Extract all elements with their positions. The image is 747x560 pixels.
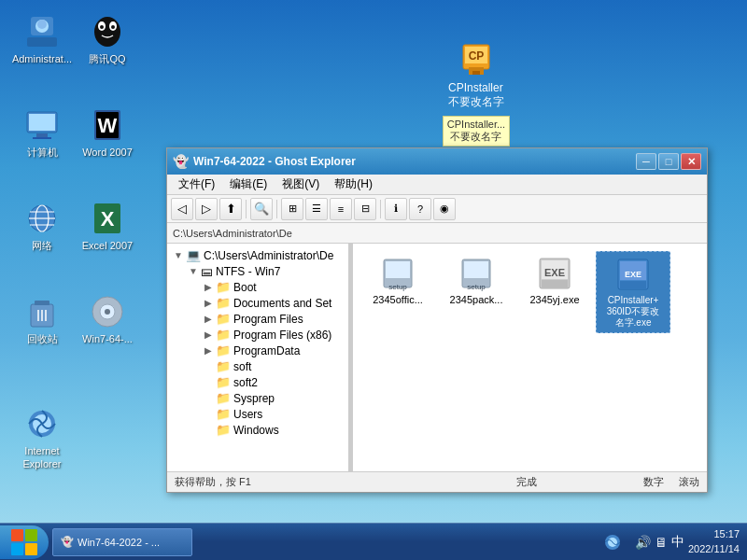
desktop-icon-cpinstaller[interactable]: CP CPInstaller 不要改名字 — [439, 37, 514, 114]
toolbar-view4[interactable]: ⊟ — [354, 198, 376, 220]
desktop-icon-win764[interactable]: Win7-64-... — [75, 289, 140, 349]
address-path: C:\Users\Administrator\De — [173, 228, 292, 239]
toolbar-view3[interactable]: ≡ — [330, 198, 352, 220]
toolbar-view1[interactable]: ⊞ — [281, 198, 303, 220]
desktop-icon-excel[interactable]: X Excel 2007 — [75, 196, 140, 256]
svg-text:setup: setup — [467, 283, 486, 291]
svg-rect-47 — [620, 281, 646, 288]
menubar: 文件(F) 编辑(E) 视图(V) 帮助(H) — [167, 175, 707, 195]
ie-label: Internet Explorer — [23, 444, 62, 471]
toolbar-up[interactable]: ⬆ — [219, 198, 242, 220]
tray-volume-icon[interactable]: 🔊 — [635, 535, 651, 550]
file-label-2345yj: 2345yj.exe — [529, 294, 579, 306]
tray-clock[interactable]: 15:17 2022/11/14 — [688, 527, 740, 556]
taskbar-window-btn[interactable]: 👻 Win7-64-2022 - ... — [52, 528, 192, 556]
tree-item-programdata[interactable]: ▶ 📁 ProgramData — [167, 343, 348, 358]
toolbar-info[interactable]: ℹ — [385, 198, 407, 220]
file-icon-2345yj: EXE — [536, 255, 573, 292]
toolbar-sep3 — [380, 200, 381, 218]
toolbar-sep2 — [276, 200, 277, 218]
tray-network-icon[interactable]: 🖥 — [655, 535, 668, 550]
toolbar-sep1 — [246, 200, 247, 218]
toolbar-extra[interactable]: ◉ — [433, 198, 456, 220]
start-button[interactable] — [0, 525, 49, 559]
desktop-icon-network[interactable]: 网络 — [9, 196, 75, 256]
computer-icon — [23, 106, 61, 144]
desktop-icon-recycle[interactable]: 回收站 — [9, 289, 75, 349]
taskbar-ie-icon[interactable] — [601, 531, 624, 553]
file-icon-2345pack: setup — [458, 255, 495, 292]
file-2345yj[interactable]: EXE 2345yj.exe — [517, 251, 592, 333]
tree-item-boot[interactable]: ▶ 📁 Boot — [167, 279, 348, 295]
svg-rect-39 — [464, 261, 488, 278]
toolbar-search[interactable]: 🔍 — [250, 198, 273, 220]
word-icon: W — [89, 106, 126, 144]
svg-rect-13 — [33, 137, 51, 139]
svg-point-3 — [37, 20, 47, 29]
toolbar-forward[interactable]: ▷ — [195, 198, 218, 220]
file-cpinstaller[interactable]: EXE CPInstaller+360ID不要改名字.exe — [596, 251, 670, 333]
svg-text:setup: setup — [388, 283, 407, 291]
tree-item-sysprep[interactable]: 📁 Sysprep — [167, 390, 348, 406]
toolbar-help[interactable]: ? — [409, 198, 431, 220]
close-button[interactable]: ✕ — [681, 153, 701, 170]
menu-help[interactable]: 帮助(H) — [327, 175, 380, 194]
toolbar-back[interactable]: ◁ — [171, 198, 193, 220]
svg-text:X: X — [101, 207, 115, 231]
file-2345offic[interactable]: setup 2345offic... — [360, 251, 435, 333]
qq-icon — [89, 13, 126, 50]
toolbar-view2[interactable]: ☰ — [305, 198, 328, 220]
svg-point-8 — [100, 25, 104, 29]
svg-rect-51 — [11, 543, 23, 555]
expander-ntfs: ▼ — [186, 266, 201, 276]
menu-view[interactable]: 视图(V) — [275, 175, 327, 194]
tree-item-documents[interactable]: ▶ 📁 Documents and Set — [167, 295, 348, 311]
tree-item-soft2[interactable]: 📁 soft2 — [167, 374, 348, 390]
tray-input-icon[interactable]: 中 — [671, 534, 684, 551]
file-label-2345offic: 2345offic... — [373, 294, 423, 306]
desktop-icon-word[interactable]: W Word 2007 — [75, 103, 140, 162]
desktop-icon-computer[interactable]: 计算机 — [9, 103, 75, 162]
taskbar: 👻 Win7-64-2022 - ... 🔊 🖥 中 15:17 2022/11… — [0, 523, 747, 560]
win764-icon — [89, 293, 126, 330]
svg-text:CP: CP — [469, 49, 485, 63]
tree-scroll-spacer — [167, 438, 348, 456]
svg-rect-52 — [25, 543, 37, 555]
file-panel: setup 2345offic... setup 2345pack... — [353, 244, 707, 471]
tree-item-soft[interactable]: 📁 soft — [167, 358, 348, 374]
tree-item-programfiles[interactable]: ▶ 📁 Program Files — [167, 311, 348, 327]
svg-rect-1 — [27, 37, 57, 47]
tree-panel: ▼ 💻 C:\Users\Administrator\De ▼ 🖴 NTFS -… — [167, 244, 349, 471]
tree-item-root[interactable]: ▼ 💻 C:\Users\Administrator\De — [167, 247, 348, 263]
svg-rect-36 — [386, 261, 410, 278]
minimize-button[interactable]: ─ — [636, 153, 656, 170]
tray-date-display: 2022/11/14 — [688, 542, 740, 556]
tree-item-programfilesx86[interactable]: ▶ 📁 Program Files (x86) — [167, 327, 348, 343]
taskbar-window-icon: 👻 — [61, 536, 74, 548]
status-complete: 完成 — [409, 475, 643, 489]
computer-label: 计算机 — [27, 146, 58, 159]
svg-rect-49 — [11, 529, 23, 541]
desktop-icon-administrator[interactable]: Administrat... — [9, 9, 75, 69]
maximize-button[interactable]: □ — [658, 153, 679, 170]
status-numlock: 数字 — [643, 475, 664, 489]
desktop-icon-ie[interactable]: Internet Explorer — [9, 401, 75, 475]
svg-point-9 — [111, 25, 115, 29]
toolbar: ◁ ▷ ⬆ 🔍 ⊞ ☰ ≡ ⊟ ℹ ? ◉ — [167, 195, 707, 223]
desktop-icon-qq[interactable]: 腾讯QQ — [75, 9, 140, 69]
menu-edit[interactable]: 编辑(E) — [222, 175, 275, 194]
svg-rect-12 — [36, 133, 48, 137]
network-label: 网络 — [32, 239, 52, 252]
ghost-explorer-window: 👻 Win7-64-2022 - Ghost Explorer ─ □ ✕ 文件… — [166, 147, 708, 493]
taskbar-tray: 🔊 🖥 中 15:17 2022/11/14 — [627, 527, 747, 556]
tree-item-windows[interactable]: 📁 Windows — [167, 422, 348, 438]
window-app-icon: 👻 — [173, 154, 188, 169]
win764-label: Win7-64-... — [82, 332, 133, 345]
menu-file[interactable]: 文件(F) — [171, 175, 222, 194]
tree-item-ntfs[interactable]: ▼ 🖴 NTFS - Win7 — [167, 263, 348, 279]
word-label: Word 2007 — [82, 146, 133, 159]
cpinstaller-desktop-label: CPInstaller 不要改名字 — [448, 81, 504, 110]
tree-item-users[interactable]: 📁 Users — [167, 406, 348, 422]
file-2345pack[interactable]: setup 2345pack... — [439, 251, 514, 333]
status-scroll: 滚动 — [679, 475, 699, 489]
